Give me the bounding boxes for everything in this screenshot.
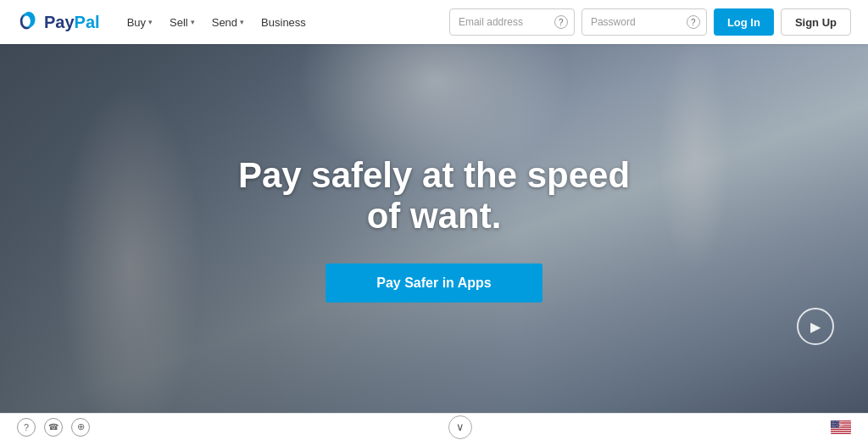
hero-content: Pay safely at the speed of want. Pay Saf… [222,154,646,303]
svg-point-2 [23,16,31,27]
help-icon[interactable]: ? [17,418,36,437]
search-icon[interactable]: ⊕ [71,418,90,437]
buy-chevron-icon: ▾ [148,18,153,26]
footer-right: ★ ★ ★ ★ ★ ★ ★ ★ ★ ★ ★ ★ ★ ★ ★ ★ ★ ★ ★ ★ … [831,421,851,434]
play-icon: ▶ [810,319,821,335]
nav-right: ? ? Log In Sign Up [449,8,851,36]
nav-buy[interactable]: Buy ▾ [120,13,159,32]
hero-cta-button[interactable]: Pay Safer in Apps [326,264,542,303]
nav-sell[interactable]: Sell ▾ [163,13,202,32]
language-flag[interactable]: ★ ★ ★ ★ ★ ★ ★ ★ ★ ★ ★ ★ ★ ★ ★ ★ ★ ★ ★ ★ … [831,421,851,434]
svg-rect-14 [831,432,851,432]
login-button[interactable]: Log In [714,8,774,36]
navbar: PayPal Buy ▾ Sell ▾ Send ▾ Business ? ? … [0,0,868,44]
svg-rect-11 [831,428,851,429]
footer-icons: ? ☎ ⊕ [17,418,90,437]
password-input-wrapper: ? [581,8,707,36]
send-chevron-icon: ▾ [240,18,244,26]
hero: Pay safely at the speed of want. Pay Saf… [0,44,868,413]
footer-center: ∨ [90,415,831,439]
signup-button[interactable]: Sign Up [781,8,851,36]
svg-rect-10 [831,427,851,428]
chevron-down-icon: ∨ [456,421,465,433]
email-help-icon[interactable]: ? [554,15,568,29]
sell-chevron-icon: ▾ [191,18,195,26]
svg-rect-13 [831,431,851,432]
nav-links: Buy ▾ Sell ▾ Send ▾ Business [120,13,449,32]
svg-rect-12 [831,430,851,431]
password-help-icon[interactable]: ? [687,15,700,29]
phone-icon[interactable]: ☎ [44,418,63,437]
email-input-wrapper: ? [449,8,575,36]
logo[interactable]: PayPal [17,10,100,34]
footer-bar: ? ☎ ⊕ ∨ [0,413,868,440]
nav-send[interactable]: Send ▾ [205,13,251,32]
hero-title: Pay safely at the speed of want. [222,154,646,237]
logo-text: PayPal [44,13,100,32]
play-button[interactable]: ▶ [797,308,834,345]
scroll-down-button[interactable]: ∨ [448,415,472,439]
nav-business[interactable]: Business [254,13,313,32]
